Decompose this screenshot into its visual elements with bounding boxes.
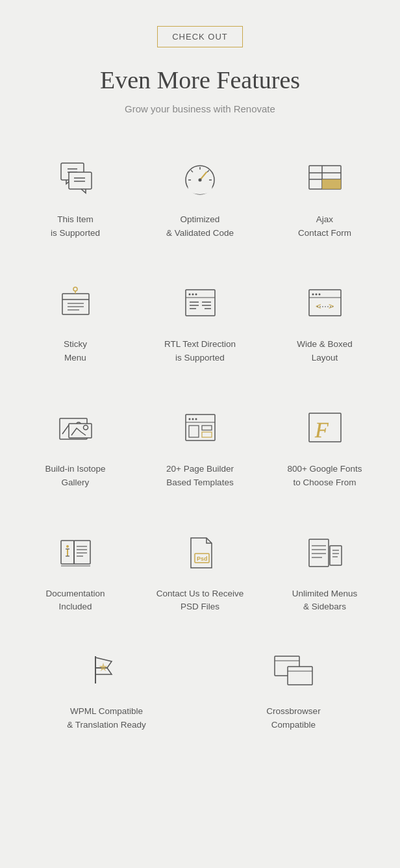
svg-point-51: [192, 418, 194, 420]
feature-optimized-label: Optimized& Validated Code: [166, 213, 234, 240]
svg-text:Psd: Psd: [197, 555, 208, 562]
svg-point-13: [198, 178, 201, 181]
svg-rect-77: [330, 546, 342, 565]
svg-marker-82: [99, 663, 107, 671]
svg-rect-85: [288, 667, 312, 685]
svg-rect-60: [74, 541, 90, 564]
svg-point-28: [192, 294, 194, 296]
page-wrapper: CHECK OUT Even More Features Grow your b…: [0, 0, 400, 789]
feature-menus-label: Unlimited Menus& Sidebars: [292, 587, 358, 615]
wpml-icon: [84, 648, 129, 693]
feature-documentation-label: DocumentationIncluded: [46, 587, 105, 615]
pagebuilder-icon: [177, 405, 223, 451]
feature-supported-label: This Itemis Supported: [51, 213, 100, 240]
svg-point-24: [73, 287, 77, 291]
feature-rtl-label: RTL Text Directionis Supported: [164, 338, 236, 365]
feature-psd-label: Contact Us to ReceivePSD Files: [156, 587, 244, 615]
psd-icon: Psd: [177, 530, 223, 576]
speedometer-icon: [177, 156, 223, 201]
checkout-button[interactable]: CHECK OUT: [157, 26, 243, 47]
feature-fonts: F 800+ Google Fontsto Choose From: [262, 390, 387, 508]
svg-point-50: [188, 418, 190, 420]
svg-point-39: [315, 294, 317, 296]
svg-rect-18: [322, 179, 341, 189]
gallery-icon: [53, 405, 98, 451]
feature-wide-boxed-label: Wide & BoxedLayout: [297, 338, 353, 365]
feature-contact-form-label: AjaxContact Form: [298, 213, 351, 240]
svg-rect-56: [202, 432, 212, 437]
svg-line-11: [207, 170, 209, 172]
feature-optimized: Optimized& Validated Code: [138, 140, 262, 259]
feature-page-builder-label: 20+ Page BuilderBased Templates: [166, 463, 234, 490]
svg-rect-72: [309, 539, 329, 567]
svg-rect-54: [189, 426, 199, 437]
svg-point-27: [188, 294, 190, 296]
feature-contact-form: AjaxContact Form: [262, 140, 387, 259]
svg-point-52: [195, 418, 197, 420]
subtitle: Grow your business with Renovate: [125, 103, 275, 114]
svg-point-40: [318, 294, 320, 296]
main-title: Even More Features: [100, 66, 300, 94]
feature-psd: Psd Contact Us to ReceivePSD Files: [138, 515, 262, 633]
svg-line-10: [191, 170, 193, 172]
layout-icon: < >: [302, 281, 347, 326]
feature-sticky-menu: StickyMenu: [13, 265, 138, 383]
feature-rtl: RTL Text Directionis Supported: [138, 265, 262, 383]
svg-rect-3: [69, 172, 92, 189]
docs-icon: [53, 530, 98, 576]
feature-crossbrowser-label: CrossbrowserCompatible: [266, 705, 320, 732]
last-row: WPML Compatible& Translation Ready Cross…: [13, 632, 387, 750]
table-icon: [302, 156, 347, 201]
feature-sticky-menu-label: StickyMenu: [64, 338, 87, 365]
feature-documentation: DocumentationIncluded: [13, 515, 138, 633]
feature-isotope-label: Build-in IsotopeGallery: [45, 463, 105, 490]
feature-page-builder: 20+ Page BuilderBased Templates: [138, 390, 262, 508]
svg-text:>: >: [329, 301, 334, 311]
svg-rect-55: [202, 426, 212, 430]
feature-supported: This Itemis Supported: [13, 140, 138, 259]
svg-point-38: [312, 294, 314, 296]
crossbrowser-icon: [271, 648, 316, 693]
feature-menus: Unlimited Menus& Sidebars: [262, 515, 387, 633]
feature-wpml: WPML Compatible& Translation Ready: [13, 632, 200, 750]
feature-isotope: Build-in IsotopeGallery: [13, 390, 138, 508]
svg-point-61: [66, 545, 69, 548]
svg-text:F: F: [314, 418, 329, 442]
features-grid: This Itemis Supported: [13, 140, 387, 632]
menus-icon: [302, 530, 347, 576]
svg-text:<: <: [316, 301, 321, 311]
svg-rect-37: [309, 290, 341, 316]
sticky-icon: [53, 281, 98, 326]
svg-point-29: [195, 294, 197, 296]
feature-crossbrowser: CrossbrowserCompatible: [200, 632, 387, 750]
svg-rect-19: [62, 294, 89, 314]
fonts-icon: F: [302, 405, 347, 451]
feature-wpml-label: WPML Compatible& Translation Ready: [67, 705, 146, 732]
feature-fonts-label: 800+ Google Fontsto Choose From: [287, 463, 362, 490]
rtl-icon: [177, 281, 223, 326]
feature-wide-boxed: < > Wide & BoxedLayout: [262, 265, 387, 383]
support-icon: [53, 156, 98, 201]
